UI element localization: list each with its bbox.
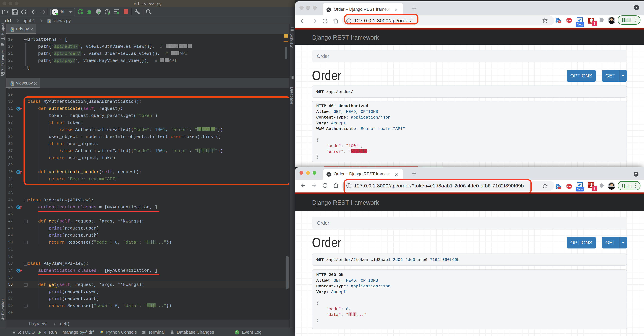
svg-text:ABP: ABP xyxy=(567,185,571,187)
svg-text:ABP: ABP xyxy=(567,19,571,21)
